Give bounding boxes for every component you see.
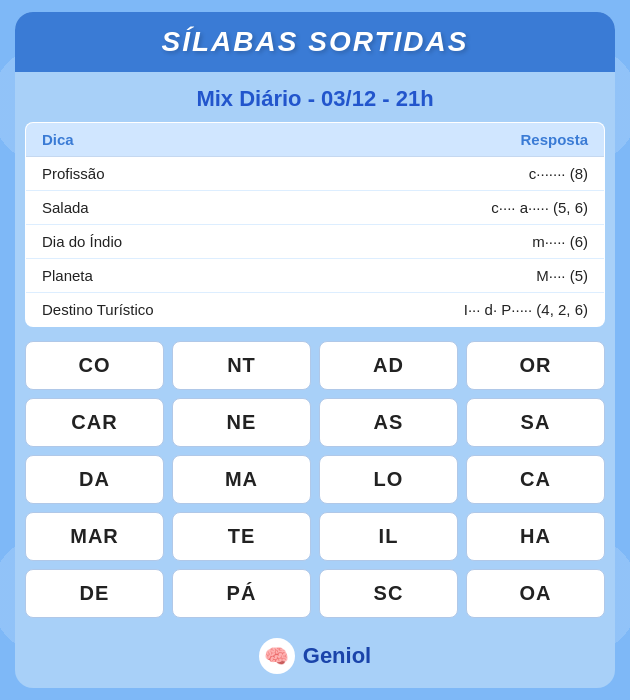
table-row: Dia do Índiom····· (6) (26, 225, 605, 259)
clue-dica: Dia do Índio (26, 225, 303, 259)
page-title: SÍLABAS SORTIDAS (35, 26, 595, 58)
main-container: SÍLABAS SORTIDAS Mix Diário - 03/12 - 21… (15, 12, 615, 688)
brand-logo: 🧠 (259, 638, 295, 674)
syllable-cell[interactable]: PÁ (172, 569, 311, 618)
syllable-grid: CONTADORCARNEASSADAMALOCAMARTEILHADEPÁSC… (15, 341, 615, 618)
syllable-cell[interactable]: DE (25, 569, 164, 618)
brand-icon: 🧠 (264, 644, 289, 668)
clue-resposta: c···· a····· (5, 6) (303, 191, 605, 225)
syllable-cell[interactable]: SA (466, 398, 605, 447)
syllable-cell[interactable]: TE (172, 512, 311, 561)
col-header-dica: Dica (26, 123, 303, 157)
col-header-resposta: Resposta (303, 123, 605, 157)
table-row: Saladac···· a····· (5, 6) (26, 191, 605, 225)
title-bar: SÍLABAS SORTIDAS (15, 12, 615, 72)
brand-name: Geniol (303, 643, 371, 669)
syllable-cell[interactable]: SC (319, 569, 458, 618)
syllable-cell[interactable]: CA (466, 455, 605, 504)
syllable-cell[interactable]: MA (172, 455, 311, 504)
clue-dica: Destino Turístico (26, 293, 303, 327)
syllable-cell[interactable]: MAR (25, 512, 164, 561)
clue-resposta: I··· d· P····· (4, 2, 6) (303, 293, 605, 327)
subtitle: Mix Diário - 03/12 - 21h (15, 72, 615, 122)
table-row: PlanetaM···· (5) (26, 259, 605, 293)
syllable-cell[interactable]: DA (25, 455, 164, 504)
clue-dica: Planeta (26, 259, 303, 293)
clue-dica: Salada (26, 191, 303, 225)
syllable-cell[interactable]: NT (172, 341, 311, 390)
syllable-cell[interactable]: OA (466, 569, 605, 618)
clue-resposta: M···· (5) (303, 259, 605, 293)
syllable-cell[interactable]: AS (319, 398, 458, 447)
syllable-cell[interactable]: IL (319, 512, 458, 561)
syllable-cell[interactable]: CAR (25, 398, 164, 447)
clue-resposta: m····· (6) (303, 225, 605, 259)
clue-table: Dica Resposta Profissãoc······· (8)Salad… (25, 122, 605, 327)
syllable-cell[interactable]: CO (25, 341, 164, 390)
footer: 🧠 Geniol (15, 632, 615, 674)
syllable-cell[interactable]: OR (466, 341, 605, 390)
syllable-cell[interactable]: HA (466, 512, 605, 561)
syllable-cell[interactable]: AD (319, 341, 458, 390)
syllable-cell[interactable]: LO (319, 455, 458, 504)
syllable-cell[interactable]: NE (172, 398, 311, 447)
table-row: Profissãoc······· (8) (26, 157, 605, 191)
clue-dica: Profissão (26, 157, 303, 191)
clue-resposta: c······· (8) (303, 157, 605, 191)
table-row: Destino TurísticoI··· d· P····· (4, 2, 6… (26, 293, 605, 327)
